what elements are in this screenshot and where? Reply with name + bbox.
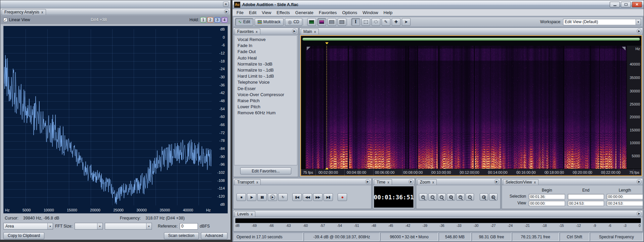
- close-button[interactable]: ✕: [632, 2, 642, 7]
- view-length-field[interactable]: 00:24:53:: [607, 201, 643, 206]
- stop-button[interactable]: ■: [237, 193, 246, 201]
- favorites-item[interactable]: Hard Limit to -.1dB: [234, 73, 297, 79]
- tab-transport[interactable]: Transport x: [234, 179, 261, 185]
- cd-view-button[interactable]: ◎ CD: [285, 18, 302, 26]
- linear-view-checkbox[interactable]: ✓ Linear View: [3, 17, 30, 22]
- favorites-item[interactable]: Normalize to -3dB: [234, 61, 297, 67]
- panel-menu-icon[interactable]: ▶: [365, 179, 370, 184]
- tab-favorites[interactable]: Favorites x: [234, 29, 260, 34]
- zoom-in-horizontal-button[interactable]: +: [419, 193, 427, 201]
- zoom-out-horizontal-button[interactable]: −: [428, 193, 437, 201]
- panel-menu-icon[interactable]: ▶: [637, 179, 642, 184]
- fast-forward-button[interactable]: ▶▶: [313, 193, 323, 201]
- tab-selection-view[interactable]: Selection/View x: [503, 179, 539, 185]
- fft-size-select[interactable]: ▼: [75, 223, 103, 230]
- panel-menu-icon[interactable]: ▶: [292, 29, 297, 34]
- go-to-beginning-button[interactable]: ▮◀: [292, 193, 302, 201]
- view-end-field[interactable]: 00:24:53:: [568, 201, 604, 206]
- tab-close-icon[interactable]: x: [256, 30, 258, 34]
- hold-button[interactable]: 4: [221, 17, 227, 23]
- hold-button[interactable]: 1: [200, 17, 206, 23]
- tab-close-icon[interactable]: x: [41, 10, 43, 14]
- close-icon[interactable]: ✕: [223, 2, 229, 7]
- zoom-to-selection-button[interactable]: ▭: [447, 193, 455, 201]
- favorites-item[interactable]: Lower Pitch: [234, 104, 297, 110]
- favorites-item[interactable]: Auto Heal: [234, 55, 297, 61]
- fft-window-select[interactable]: ▼: [105, 223, 152, 230]
- horizontal-range-bar[interactable]: [302, 38, 640, 41]
- spectrogram[interactable]: [306, 46, 627, 169]
- menu-item[interactable]: View: [259, 10, 274, 15]
- hold-button[interactable]: 2: [207, 17, 213, 23]
- panel-menu-icon[interactable]: ▶: [224, 9, 229, 14]
- spectral-phase-display-button[interactable]: [338, 18, 346, 26]
- zoom-in-vertical-button[interactable]: +: [456, 193, 465, 201]
- frequency-spectrum-graph[interactable]: dB0-6-12-18-24-30-36-42-48-54-60-66-72-7…: [3, 26, 228, 213]
- panel-menu-icon[interactable]: ▶: [637, 29, 642, 34]
- tab-zoom[interactable]: Zoom x: [417, 179, 437, 185]
- time-selection-tool-button[interactable]: I: [351, 18, 360, 26]
- spectral-pan-display-button[interactable]: [328, 18, 336, 26]
- area-select[interactable]: Area ▼: [3, 223, 53, 230]
- menu-item[interactable]: Favorites: [316, 10, 339, 15]
- tab-main[interactable]: Main x: [301, 29, 319, 34]
- zoom-full-button[interactable]: ○: [438, 193, 446, 201]
- spectral-frequency-display-button[interactable]: [317, 18, 326, 26]
- favorites-item[interactable]: Remove 60Hz Hum: [234, 110, 297, 116]
- hold-button[interactable]: 3: [214, 17, 220, 23]
- play-looped-button[interactable]: ↻: [278, 193, 288, 201]
- menu-item[interactable]: Window: [360, 10, 381, 15]
- view-begin-field[interactable]: 00:00:00:: [529, 201, 565, 206]
- edit-view-button[interactable]: ∿ Edit: [235, 18, 253, 26]
- scan-selection-button[interactable]: Scan selection: [164, 232, 199, 239]
- tab-time[interactable]: Time x: [374, 179, 392, 185]
- selection-begin-field[interactable]: 00:01:36:: [529, 194, 565, 199]
- favorites-item[interactable]: Fade Out: [234, 49, 297, 55]
- title-bar[interactable]: Au Adobe Audition - Side A.flac ✕: [232, 0, 644, 9]
- level-meter[interactable]: [235, 218, 641, 223]
- favorites-item[interactable]: Raise Pitch: [234, 98, 297, 104]
- edit-favorites-button[interactable]: Edit Favorites...: [240, 167, 291, 174]
- panel-menu-icon[interactable]: ▶: [637, 211, 642, 216]
- tab-close-icon[interactable]: x: [432, 180, 434, 184]
- menu-item[interactable]: Help: [381, 10, 395, 15]
- playhead[interactable]: [327, 46, 327, 169]
- favorites-item[interactable]: Voice-Over Compressor: [234, 92, 297, 98]
- frequency-ruler[interactable]: Hz 4000035000300002500020000150001000050…: [627, 46, 641, 169]
- reference-input[interactable]: [180, 223, 198, 230]
- spectrum-plot[interactable]: [4, 29, 212, 205]
- play-from-cursor-button[interactable]: ▶: [268, 193, 277, 201]
- tab-frequency-analysis[interactable]: Frequency Analysis x: [2, 9, 46, 15]
- go-to-end-button[interactable]: ▶▮: [324, 193, 333, 201]
- advanced-button[interactable]: Advanced: [201, 232, 227, 239]
- tab-close-icon[interactable]: x: [534, 180, 536, 184]
- zoom-to-right-edge-button[interactable]: ▸: [489, 193, 498, 201]
- zoom-out-vertical-button[interactable]: −: [466, 193, 474, 201]
- tab-close-icon[interactable]: x: [256, 180, 258, 184]
- marquee-selection-tool-button[interactable]: [361, 18, 370, 26]
- favorites-item[interactable]: Vocal Remove: [234, 37, 297, 43]
- tab-close-icon[interactable]: x: [251, 212, 253, 216]
- panel-menu-icon[interactable]: ▶: [409, 179, 414, 184]
- selection-length-field[interactable]: 00:00:00:: [607, 194, 643, 199]
- menu-item[interactable]: Generate: [293, 10, 316, 15]
- copy-to-clipboard-button[interactable]: Copy to Clipboard: [3, 232, 44, 239]
- frequency-analysis-titlebar[interactable]: ✕: [0, 0, 230, 8]
- spot-healing-brush-tool-button[interactable]: ✚: [392, 18, 400, 26]
- favorites-item[interactable]: Telephone Voice: [234, 79, 297, 85]
- maximize-button[interactable]: [621, 2, 631, 7]
- waveform-display-button[interactable]: [307, 18, 316, 26]
- tab-close-icon[interactable]: x: [314, 30, 316, 34]
- menu-item[interactable]: File: [234, 10, 246, 15]
- spectrogram-canvas[interactable]: [306, 46, 627, 169]
- timeline-ruler[interactable]: 75 fps 00:02:00:0000:04:00:0000:06:00:00…: [301, 169, 641, 175]
- favorites-item[interactable]: Fade In: [234, 43, 297, 49]
- effects-paintbrush-tool-button[interactable]: ✎: [382, 18, 390, 26]
- tab-close-icon[interactable]: x: [387, 180, 389, 184]
- menu-item[interactable]: Options: [340, 10, 360, 15]
- zoom-to-left-edge-button[interactable]: ◂: [480, 193, 488, 201]
- multitrack-view-button[interactable]: Multitrack: [255, 18, 284, 26]
- panel-menu-icon[interactable]: ▶: [494, 179, 499, 184]
- favorites-item[interactable]: De-Esser: [234, 86, 297, 92]
- menu-item[interactable]: Effects: [274, 10, 293, 15]
